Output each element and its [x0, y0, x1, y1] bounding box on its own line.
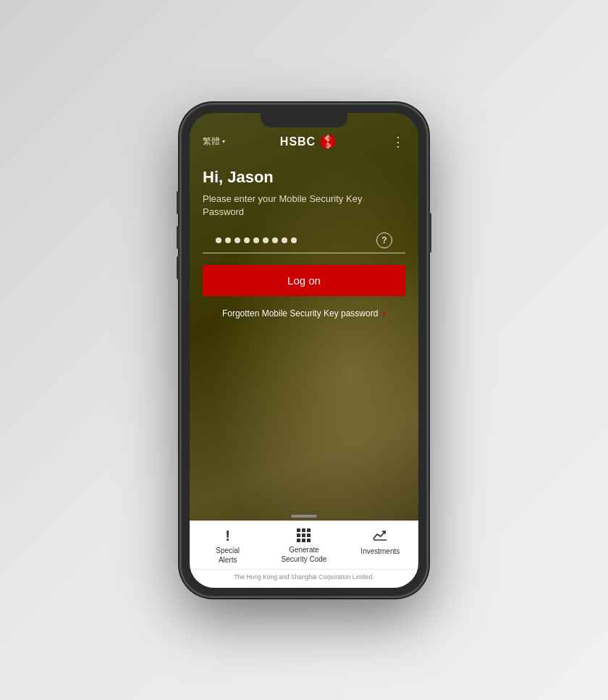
password-dot-9	[291, 237, 297, 243]
generate-security-code-icon	[297, 528, 311, 542]
tab-investments[interactable]: Investments	[342, 521, 418, 569]
tab-generate-security-code[interactable]: GenerateSecurity Code	[266, 521, 342, 569]
screen: 繁體 ▾ HSBC	[190, 113, 418, 588]
greeting-text: Hi, Jason	[203, 168, 405, 187]
blur-region	[190, 325, 418, 508]
investments-icon	[372, 528, 388, 544]
tab-generate-security-code-label: GenerateSecurity Code	[282, 545, 327, 564]
tab-special-alerts[interactable]: ! SpecialAlerts	[190, 521, 266, 569]
scene: 繁體 ▾ HSBC	[0, 0, 608, 700]
language-label: 繁體	[203, 135, 220, 148]
password-dot-4	[244, 237, 250, 243]
language-chevron-icon: ▾	[222, 138, 225, 145]
password-dot-6	[263, 237, 269, 243]
handle-bar	[291, 515, 317, 518]
password-field[interactable]: ?	[203, 225, 405, 253]
password-dot-8	[282, 237, 287, 243]
password-dot-1	[216, 237, 221, 243]
menu-button[interactable]: ⋮	[392, 134, 405, 150]
tab-special-alerts-label: SpecialAlerts	[216, 546, 240, 565]
password-dot-3	[235, 237, 240, 243]
phone-shell: 繁體 ▾ HSBC	[181, 104, 427, 596]
password-dots	[216, 237, 376, 243]
tab-investments-label: Investments	[360, 547, 400, 556]
footer-text: The Hong Kong and Shanghai Corporation L…	[190, 569, 418, 588]
drawer-handle[interactable]	[190, 509, 418, 520]
forgotten-password-text: Forgotten Mobile Security Key password	[222, 308, 378, 319]
password-dot-7	[272, 237, 278, 243]
notch	[261, 113, 347, 127]
forgotten-arrow-icon: ›	[382, 308, 386, 319]
tab-bar: ! SpecialAlerts GenerateSecurity Code	[190, 520, 418, 569]
logon-button[interactable]: Log on	[203, 265, 405, 296]
forgotten-password-link[interactable]: Forgotten Mobile Security Key password ›	[190, 302, 418, 325]
hsbc-hexagon-icon	[319, 133, 337, 151]
password-dot-5	[253, 237, 259, 243]
greeting-section: Hi, Jason Please enter your Mobile Secur…	[190, 158, 418, 226]
password-dot-2	[225, 237, 231, 243]
language-selector[interactable]: 繁體 ▾	[203, 135, 225, 148]
app-content: 繁體 ▾ HSBC	[190, 113, 418, 588]
special-alerts-icon: !	[225, 528, 230, 543]
instruction-text: Please enter your Mobile Security Key Pa…	[203, 193, 405, 220]
help-button[interactable]: ?	[376, 232, 392, 248]
bank-name-label: HSBC	[280, 135, 316, 148]
hsbc-logo: HSBC	[280, 133, 337, 151]
